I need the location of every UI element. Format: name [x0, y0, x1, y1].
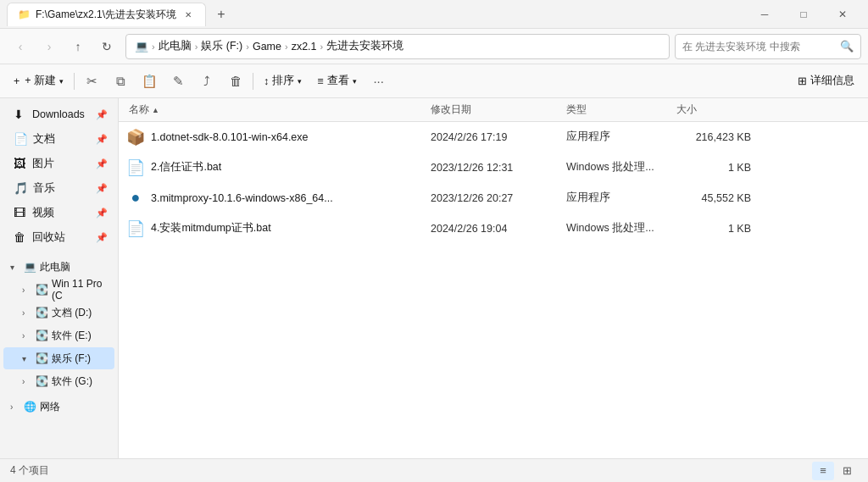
- file-size-2: 1 KB: [676, 162, 761, 174]
- file-name-1: 1.dotnet-sdk-8.0.101-win-x64.exe: [151, 131, 431, 143]
- drive-f-label: 娱乐 (F:): [52, 352, 91, 366]
- recycle-icon: 🗑: [14, 230, 27, 244]
- drive-g-label: 软件 (G:): [52, 374, 92, 389]
- file-row-4[interactable]: 📄 4.安装mitmdump证书.bat 2024/2/26 19:04 Win…: [119, 213, 868, 244]
- file-date-2: 2023/12/26 12:31: [431, 162, 566, 174]
- nav-bar: ‹ › ↑ ↻ 💻 › 此电脑 › 娱乐 (F:) › Game › zx2.1…: [0, 29, 868, 64]
- new-button[interactable]: + + 新建 ▾: [7, 69, 70, 94]
- sidebar-item-videos[interactable]: 🎞 视频 📌: [3, 201, 114, 224]
- tab-title: F:\Game\zx2.1\先进去安装环境: [36, 8, 176, 22]
- file-size-3: 45,552 KB: [676, 192, 761, 204]
- toolbar-right: ⊞ 详细信息: [791, 69, 861, 94]
- share-button[interactable]: ⤴: [193, 69, 220, 94]
- file-size-1: 216,423 KB: [676, 131, 761, 143]
- sidebar-drive-d[interactable]: › 💽 文档 (D:): [3, 302, 114, 324]
- drive-f-expand-icon: ▾: [22, 354, 32, 363]
- file-icon-3: ●: [125, 188, 146, 208]
- header-size[interactable]: 大小: [676, 102, 761, 117]
- sidebar-drive-c[interactable]: › 💽 Win 11 Pro (C: [3, 279, 114, 301]
- downloads-icon: ⬇: [14, 108, 27, 121]
- sidebar-drive-f[interactable]: ▾ 💽 娱乐 (F:): [3, 347, 114, 369]
- music-icon: 🎵: [14, 181, 28, 195]
- tab-close-button[interactable]: ✕: [181, 8, 195, 21]
- drive-c-icon: 💽: [36, 284, 48, 296]
- more-button[interactable]: ···: [365, 69, 392, 94]
- file-type-4: Windows 批处理...: [566, 221, 676, 235]
- list-view-button[interactable]: ≡: [812, 462, 834, 480]
- sidebar-this-pc[interactable]: ▾ 💻 此电脑: [3, 256, 114, 278]
- detail-pane-button[interactable]: ⊞ 详细信息: [791, 69, 861, 94]
- delete-button[interactable]: 🗑: [222, 69, 249, 94]
- search-input[interactable]: [682, 41, 835, 53]
- view-button[interactable]: ≡ 查看 ▾: [310, 69, 363, 94]
- status-count: 4 个项目: [10, 463, 49, 478]
- pc-label: 此电脑: [40, 260, 70, 274]
- status-bar: 4 个项目 ≡ ⊞: [0, 458, 868, 482]
- header-type[interactable]: 类型: [566, 102, 676, 117]
- close-button[interactable]: ✕: [824, 0, 861, 29]
- up-button[interactable]: ↑: [64, 33, 92, 60]
- file-list: 📦 1.dotnet-sdk-8.0.101-win-x64.exe 2024/…: [119, 122, 868, 458]
- sort-button[interactable]: ↕ 排序 ▾: [257, 69, 309, 94]
- breadcrumb-game[interactable]: Game: [253, 41, 281, 53]
- breadcrumb-drive[interactable]: 娱乐 (F:): [201, 39, 242, 53]
- sidebar-drive-e[interactable]: › 💽 软件 (E:): [3, 324, 114, 346]
- network-icon: 🌐: [24, 401, 36, 413]
- active-tab[interactable]: 📁 F:\Game\zx2.1\先进去安装环境 ✕: [7, 3, 206, 26]
- search-bar: 🔍: [675, 34, 861, 59]
- header-date[interactable]: 修改日期: [431, 102, 566, 117]
- title-bar: 📁 F:\Game\zx2.1\先进去安装环境 ✕ + ─ □ ✕: [0, 0, 868, 29]
- drive-c-expand-icon: ›: [22, 285, 32, 295]
- breadcrumb-bar: 💻 › 此电脑 › 娱乐 (F:) › Game › zx2.1 › 先进去安装…: [125, 34, 670, 59]
- breadcrumb-zx21[interactable]: zx2.1: [292, 41, 317, 53]
- maximize-button[interactable]: □: [785, 0, 822, 29]
- paste-button[interactable]: 📋: [136, 69, 163, 94]
- drive-d-icon: 💽: [36, 307, 48, 319]
- file-icon-4: 📄: [125, 219, 146, 239]
- view-dropdown-icon: ▾: [353, 77, 357, 86]
- pictures-pin-icon: 📌: [96, 158, 108, 169]
- file-size-4: 1 KB: [676, 223, 761, 235]
- sidebar-item-downloads[interactable]: ⬇ Downloads 📌: [3, 102, 114, 126]
- sidebar-item-recycle[interactable]: 🗑 回收站 📌: [3, 225, 114, 249]
- file-row-3[interactable]: ● 3.mitmproxy-10.1.6-windows-x86_64... 2…: [119, 183, 868, 213]
- sidebar-network[interactable]: › 🌐 网络: [3, 396, 114, 418]
- sidebar-item-docs[interactable]: 📄 文档 📌: [3, 127, 114, 151]
- file-row-2[interactable]: 📄 2.信任证书.bat 2023/12/26 12:31 Windows 批处…: [119, 152, 868, 183]
- back-button[interactable]: ‹: [7, 33, 34, 60]
- toolbar-separator-2: [253, 73, 253, 90]
- sort-icon: ↕: [264, 75, 269, 87]
- file-area: 名称 ▲ 修改日期 类型 大小 📦 1.dotnet-sdk-8.0.101-w…: [119, 98, 868, 458]
- new-tab-button[interactable]: +: [209, 3, 233, 26]
- sidebar-item-music[interactable]: 🎵 音乐 📌: [3, 176, 114, 200]
- file-name-4: 4.安装mitmdump证书.bat: [151, 221, 431, 235]
- file-type-1: 应用程序: [566, 130, 676, 144]
- forward-button[interactable]: ›: [36, 33, 63, 60]
- drive-e-label: 软件 (E:): [52, 329, 92, 343]
- network-label: 网络: [40, 400, 60, 414]
- sidebar-drive-g[interactable]: › 💽 软件 (G:): [3, 370, 114, 392]
- sidebar-videos-label: 视频: [32, 206, 54, 220]
- copy-button[interactable]: ⧉: [107, 69, 134, 94]
- docs-pin-icon: 📌: [96, 134, 108, 145]
- breadcrumb-this-pc[interactable]: 此电脑: [159, 39, 192, 53]
- sidebar-item-pictures[interactable]: 🖼 图片 📌: [3, 152, 114, 175]
- sort-dropdown-icon: ▾: [298, 77, 302, 86]
- file-type-2: Windows 批处理...: [566, 160, 676, 175]
- sidebar-docs-label: 文档: [33, 132, 55, 147]
- name-sort-icon: ▲: [152, 106, 159, 114]
- minimize-button[interactable]: ─: [746, 0, 783, 29]
- breadcrumb-current[interactable]: 先进去安装环境: [326, 39, 403, 53]
- sidebar-pictures-label: 图片: [32, 157, 54, 171]
- cut-button[interactable]: ✂: [78, 69, 105, 94]
- grid-view-button[interactable]: ⊞: [836, 462, 858, 480]
- refresh-button[interactable]: ↻: [93, 33, 120, 60]
- toolbar-separator-1: [74, 73, 75, 90]
- downloads-pin-icon: 📌: [96, 109, 108, 120]
- search-icon[interactable]: 🔍: [840, 40, 854, 53]
- rename-button[interactable]: ✎: [164, 69, 192, 94]
- view-switcher: ≡ ⊞: [812, 462, 858, 480]
- file-row-1[interactable]: 📦 1.dotnet-sdk-8.0.101-win-x64.exe 2024/…: [119, 122, 868, 152]
- drive-f-icon: 💽: [36, 352, 48, 364]
- header-name[interactable]: 名称 ▲: [125, 102, 431, 117]
